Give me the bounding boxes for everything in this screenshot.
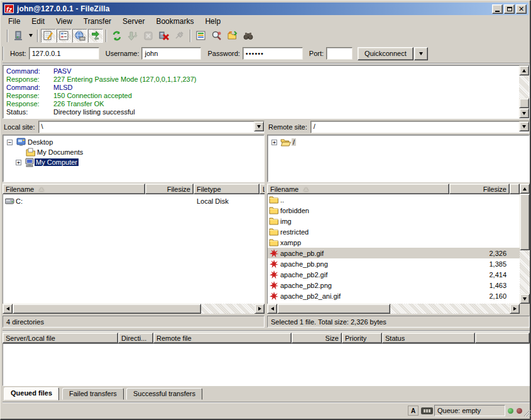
- menu-transfer[interactable]: Transfer: [78, 16, 117, 27]
- remote-site-combobox[interactable]: /: [310, 121, 530, 133]
- expand-icon[interactable]: +: [16, 160, 21, 165]
- menu-server[interactable]: Server: [117, 16, 150, 27]
- tree-item-root[interactable]: + /: [271, 137, 296, 147]
- minimize-button[interactable]: [492, 4, 503, 14]
- local-list-header: Filename Filesize Filetype L: [3, 184, 265, 194]
- reconnect-button[interactable]: [172, 29, 187, 43]
- remote-file-row[interactable]: ..: [268, 194, 520, 205]
- local-site-value[interactable]: \: [38, 121, 265, 133]
- process-queue-button[interactable]: [125, 29, 140, 43]
- local-column-filesize[interactable]: Filesize: [145, 184, 194, 194]
- titlebar[interactable]: fz john@127.0.0.1 - FileZilla ✕: [3, 3, 528, 15]
- tab-failed-transfers[interactable]: Failed transfers: [62, 388, 124, 400]
- queue-column-server-local-file[interactable]: Server/Local file: [3, 333, 118, 343]
- remote-file-row[interactable]: xampp: [268, 237, 520, 248]
- tab-queued-files[interactable]: Queued files: [4, 387, 59, 401]
- filter-button[interactable]: [194, 29, 209, 43]
- queue-column-priority[interactable]: Priority: [342, 333, 382, 343]
- synchronized-browsing-button[interactable]: [241, 29, 256, 43]
- remote-site-value[interactable]: /: [310, 121, 530, 133]
- quickconnect-dropdown[interactable]: [414, 47, 428, 60]
- toggle-message-log-button[interactable]: [41, 29, 56, 43]
- folder-icon: [269, 238, 279, 247]
- queue-column-status[interactable]: Status: [382, 333, 475, 343]
- local-site-combobox[interactable]: \: [38, 121, 265, 133]
- remote-scroll-up-button[interactable]: [520, 184, 530, 194]
- local-column-filetype[interactable]: Filetype: [194, 184, 260, 194]
- toggle-remote-tree-button[interactable]: [72, 29, 87, 43]
- remote-scroll-right-button[interactable]: [510, 304, 520, 314]
- window-title: john@127.0.0.1 - FileZilla: [17, 4, 110, 13]
- queue-column-size[interactable]: Size: [292, 333, 342, 343]
- menu-bookmarks[interactable]: Bookmarks: [150, 16, 199, 27]
- remote-file-row[interactable]: apache_pb2.gif 2,414: [268, 269, 520, 280]
- queue-column-remote-file[interactable]: Remote file: [153, 333, 292, 343]
- log-scrollbar-thumb[interactable]: [519, 98, 529, 108]
- log-scroll-up-button[interactable]: [519, 65, 529, 75]
- remote-hscrollbar-thumb[interactable]: [277, 304, 390, 314]
- remote-file-row[interactable]: forbidden: [268, 205, 520, 216]
- tree-item-my-documents[interactable]: My Documents: [26, 147, 84, 157]
- tree-item-my-computer[interactable]: + My Computer: [16, 157, 79, 167]
- file-search-button[interactable]: [209, 29, 224, 43]
- tree-item-desktop[interactable]: − Desktop: [7, 137, 54, 147]
- maximize-button[interactable]: [504, 4, 515, 14]
- password-input[interactable]: [243, 47, 303, 60]
- port-input[interactable]: [326, 47, 353, 60]
- resize-grip[interactable]: [523, 409, 531, 417]
- remote-file-row[interactable]: restricted: [268, 226, 520, 237]
- data-type-indicator-icon: A: [408, 406, 419, 416]
- file-name: C:: [14, 197, 23, 205]
- collapse-icon[interactable]: −: [7, 140, 13, 145]
- remote-column-filesize[interactable]: Filesize: [449, 184, 510, 194]
- local-site-label: Local site:: [4, 123, 35, 131]
- expand-icon[interactable]: +: [271, 140, 277, 145]
- remote-scroll-down-button[interactable]: [520, 294, 530, 304]
- site-manager-button[interactable]: [11, 29, 26, 43]
- local-scroll-left-button[interactable]: [3, 304, 13, 314]
- log-line: Status:Directory listing successful: [3, 108, 529, 116]
- remote-file-row[interactable]: img: [268, 216, 520, 226]
- remote-file-row[interactable]: apache_pb2.png 1,463: [268, 280, 520, 290]
- menu-file[interactable]: File: [3, 16, 26, 27]
- site-manager-dropdown[interactable]: [26, 29, 35, 43]
- local-status-text: 4 directories: [6, 318, 44, 326]
- remote-vscrollbar-thumb[interactable]: [520, 194, 530, 250]
- remote-site-dropdown-button[interactable]: [519, 121, 529, 131]
- directory-comparison-button[interactable]: [225, 29, 240, 43]
- close-button[interactable]: ✕: [516, 4, 527, 14]
- reconnect-icon: [174, 30, 185, 41]
- remote-column-filename[interactable]: Filename: [267, 184, 449, 194]
- transfer-queue-icon: [90, 30, 101, 41]
- menu-view[interactable]: View: [50, 16, 78, 27]
- toggle-local-tree-button[interactable]: [57, 29, 72, 43]
- remote-file-row[interactable]: apache_pb.png 1,385: [268, 258, 520, 269]
- tree-item-label-selected: My Computer: [35, 158, 79, 166]
- username-input[interactable]: [141, 47, 201, 60]
- local-column-filename[interactable]: Filename: [3, 184, 145, 194]
- cancel-operation-button[interactable]: [141, 29, 156, 43]
- tab-successful-transfers[interactable]: Successful transfers: [126, 388, 202, 400]
- quickconnect-button[interactable]: Quickconnect: [358, 47, 413, 60]
- queue-splitter[interactable]: [3, 330, 530, 331]
- scroll-left-icon: [271, 307, 274, 311]
- queue-column-direction[interactable]: Directi...: [118, 333, 153, 343]
- local-scroll-right-button[interactable]: [255, 304, 265, 314]
- refresh-button[interactable]: [109, 29, 124, 43]
- dropdown-arrow-icon: [29, 34, 33, 37]
- remote-scroll-left-button[interactable]: [267, 304, 277, 314]
- disconnect-button[interactable]: [156, 29, 172, 43]
- remote-status-text: Selected 1 file. Total size: 2,326 bytes: [271, 318, 386, 326]
- menu-help[interactable]: Help: [199, 16, 226, 27]
- log-scroll-down-button[interactable]: [519, 108, 529, 118]
- remote-file-row-selected[interactable]: apache_pb.gif 2,326: [268, 248, 520, 258]
- local-hscrollbar-thumb[interactable]: [13, 304, 201, 314]
- menu-edit[interactable]: Edit: [26, 16, 50, 27]
- scroll-up-icon: [523, 187, 527, 191]
- local-site-dropdown-button[interactable]: [254, 121, 264, 131]
- queue-list[interactable]: [3, 343, 530, 386]
- remote-file-row[interactable]: apache_pb2_ani.gif 2,160: [268, 290, 520, 301]
- local-file-row[interactable]: C: Local Disk: [3, 196, 264, 206]
- toggle-transfer-queue-button[interactable]: [88, 29, 103, 43]
- host-input[interactable]: [29, 47, 99, 60]
